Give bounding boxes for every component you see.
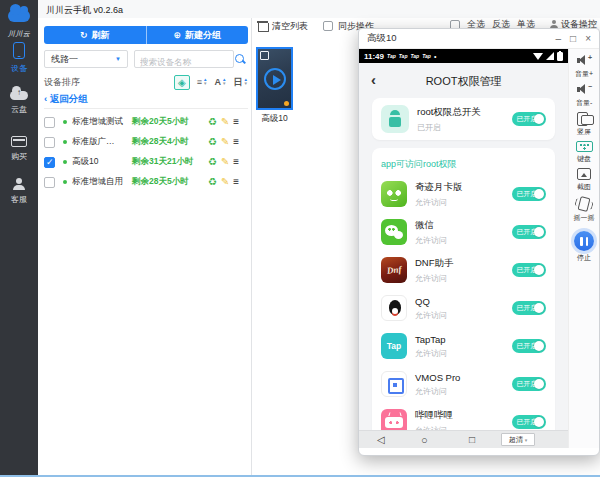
device-checkbox[interactable] [44,177,55,188]
sidebar-item-devices[interactable]: 设备 [0,42,38,74]
nav-recents-icon[interactable]: □ [469,431,475,449]
app-row: 奇迹月卡版 允许访问 已开启 [381,175,546,213]
customer-service-icon [12,178,26,190]
device-checkbox[interactable] [44,117,55,128]
phone-window-titlebar[interactable]: 高级10 – □ × [359,29,599,49]
status-dot [63,160,67,164]
refresh-icon: ↻ [80,30,88,40]
renew-icon[interactable]: ♻ [208,117,217,127]
device-remaining: 剩余20天5小时 [132,116,204,128]
line-select-value: 线路一 [51,53,78,66]
device-row[interactable]: 标准增城自用 剩余28天5小时 ♻ ✎ ≡ [44,172,248,192]
sort-icons: ◈ ≡ ▲▼ A ▲▼ 日 ▲▼ [174,75,248,90]
device-thumbnail[interactable] [256,47,293,110]
status-dot [63,120,67,124]
menu-icon[interactable]: ≡ [233,117,239,127]
keyboard-button[interactable]: 键盘 [576,141,593,164]
back-arrow-icon[interactable]: ‹ [371,70,376,90]
app-toggle[interactable]: 已开启 [512,263,546,277]
app-name: DNF助手 [415,257,454,270]
screen-title: ROOT权限管理 [359,70,568,92]
renew-icon[interactable]: ♻ [208,157,217,167]
list-sort-icon: ≡ [197,77,202,87]
root-permission-screen: ‹ ROOT权限管理 root权限总开关 已开启 已开启 [359,63,568,430]
menu-icon[interactable]: ≡ [233,157,239,167]
device-row[interactable]: 标准增城测试 剩余20天5小时 ♻ ✎ ≡ [44,112,248,132]
edit-icon[interactable]: ✎ [221,137,229,147]
device-checkbox[interactable] [44,157,55,168]
device-name: 标准增城自用 [72,176,132,188]
back-to-groups-link[interactable]: ‹ 返回分组 [44,93,88,106]
app-toggle[interactable]: 已开启 [512,225,546,239]
stop-icon [574,231,594,251]
device-checkbox[interactable] [44,137,55,148]
screen-header: ‹ ROOT权限管理 [359,70,568,92]
edit-icon[interactable]: ✎ [221,157,229,167]
sidebar-item-purchase[interactable]: 购买 [0,136,38,162]
device-row[interactable]: 标准版广… 剩余28天4小时 ♻ ✎ ≡ [44,132,248,152]
layers-sort-icon[interactable]: ◈ [174,75,190,90]
rotate-screen-button[interactable]: 竖屏 [576,112,592,137]
list-sort-button[interactable]: ≡ ▲▼ [197,77,208,87]
volume-down-button[interactable]: − 音量- [576,83,592,108]
close-button[interactable]: × [585,34,591,44]
thumbnail-checkbox[interactable] [260,51,269,60]
date-sort-icon: 日 [234,76,243,89]
app-row: VMOS Pro 允许访问 已开启 [381,365,546,403]
search-input[interactable] [135,54,233,70]
nav-home-icon[interactable]: ○ [421,431,428,449]
maximize-button[interactable]: □ [570,34,576,44]
alpha-sort-button[interactable]: A ▲▼ [215,77,227,87]
clock: 11:49 [364,52,384,61]
renew-icon[interactable]: ♻ [208,177,217,187]
line-select[interactable]: 线路一 ▼ [44,50,128,68]
minimize-button[interactable]: – [556,34,562,44]
new-group-button[interactable]: ⊕ 新建分组 [147,26,249,44]
screenshot-button[interactable]: 截图 [577,168,591,192]
app-toggle[interactable]: 已开启 [512,377,546,391]
thumbnail-label: 高级10 [246,113,303,125]
device-row[interactable]: 高级10 剩余31天21小时 ♻ ✎ ≡ [44,152,248,172]
sidebar-item-customer-service[interactable]: 客服 [0,178,38,205]
new-group-label: 新建分组 [185,29,221,42]
trash-icon[interactable] [258,21,267,31]
keyboard-icon [576,141,593,152]
filter-row: 线路一 ▼ [44,50,248,68]
renew-icon[interactable]: ♻ [208,137,217,147]
sync-checkbox[interactable] [323,21,333,31]
volume-up-button[interactable]: + 音量+ [575,54,593,79]
menu-icon[interactable]: ≡ [233,137,239,147]
quality-select[interactable]: 超清 ▾ [501,433,535,446]
divider [44,108,248,109]
master-toggle[interactable]: 已开启 [512,112,546,126]
sidebar-item-cloud-disk[interactable]: 云盘 [0,86,38,115]
app-toggle[interactable]: 已开启 [512,415,546,429]
action-bar: ↻ 刷新 ⊕ 新建分组 [44,26,248,44]
app-title: 川川云手机 v0.2.6a [46,4,123,17]
app-name: 微信 [415,219,447,232]
cloud-upload-icon [10,91,28,100]
title-bar: 川川云手机 v0.2.6a [38,0,600,18]
app-toggle[interactable]: 已开启 [512,187,546,201]
dnf-app-icon: Dnf [381,257,407,283]
phone-screen[interactable]: 11:49 Tap Tap Tap Tap • ‹ ROOT权限管理 [359,49,568,448]
app-toggle[interactable]: 已开启 [512,339,546,353]
edit-icon[interactable]: ✎ [221,117,229,127]
play-icon[interactable] [264,68,286,90]
clear-list-button[interactable]: 清空列表 [272,20,308,33]
edit-icon[interactable]: ✎ [221,177,229,187]
nav-back-icon[interactable]: ◁ [377,431,385,449]
android-nav-bar: ◁ ○ □ 超清 ▾ [359,430,568,448]
app-row: Tap TapTap 允许访问 已开启 [381,327,546,365]
shake-button[interactable]: 摇一摇 [574,196,595,223]
menu-icon[interactable]: ≡ [233,177,239,187]
phone-window: 高级10 – □ × 11:49 Tap Tap Tap Tap • [358,28,600,456]
chevron-down-icon: ▼ [115,56,121,62]
search-icon[interactable] [234,53,246,65]
app-toggle[interactable]: 已开启 [512,301,546,315]
date-sort-button[interactable]: 日 ▲▼ [234,76,248,89]
app-permission-status: 允许访问 [415,310,447,321]
refresh-button[interactable]: ↻ 刷新 [44,26,147,44]
stop-button[interactable]: 停止 [574,227,594,263]
battery-icon [557,52,563,61]
